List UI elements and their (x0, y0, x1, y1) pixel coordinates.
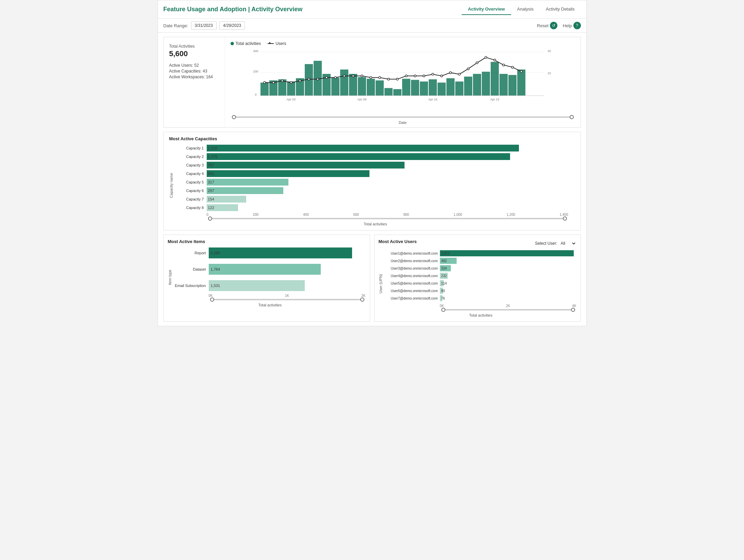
capacities-slider-thumb-right[interactable] (563, 217, 567, 221)
item-bar-track-report: 2,285 (209, 247, 366, 258)
capacity-name-2: Capacity 2 (176, 155, 207, 159)
items-x-tick-2: 2K (361, 294, 365, 298)
capacity-bar-track-5: 317 (207, 179, 568, 186)
tab-activity-overview[interactable]: Activity Overview (462, 4, 511, 15)
item-row-report: Report 2,285 (175, 247, 366, 258)
capacity-value-7: 154 (208, 197, 214, 201)
item-bar-track-dataset: 1,784 (209, 264, 366, 275)
active-workspaces-label: Active Workspaces: (169, 75, 205, 79)
items-slider-thumb-right[interactable] (360, 298, 364, 302)
capacity-bar-track-6: 297 (207, 187, 568, 194)
user-row-1: User1@demo.onmicrosoft.com 3,923 (385, 250, 576, 256)
reset-icon: ↺ (550, 22, 557, 29)
date-start-button[interactable]: 3/31/2023 (191, 21, 217, 30)
svg-rect-28 (438, 83, 446, 96)
date-end-button[interactable]: 4/29/2023 (219, 21, 245, 30)
svg-point-54 (405, 75, 407, 77)
time-chart-slider-thumb-left[interactable] (232, 115, 236, 119)
svg-rect-37 (517, 69, 525, 96)
user-value-3: 324 (441, 267, 447, 270)
legend-users-label: Users (275, 41, 286, 46)
svg-point-61 (467, 68, 469, 70)
svg-point-51 (379, 77, 381, 79)
svg-rect-26 (420, 81, 428, 96)
capacity-row-4: Capacity 4 631 (176, 170, 568, 177)
capacities-slider-thumb-left[interactable] (208, 217, 212, 221)
capacity-value-6: 297 (208, 189, 214, 193)
user-bar-fill-1: 3,923 (440, 250, 574, 256)
user-bar-fill-2: 492 (440, 258, 457, 264)
item-row-dataset: Dataset 1,784 (175, 264, 366, 275)
capacities-slider-track (208, 218, 567, 219)
capacity-value-2: 1,175 (208, 155, 218, 159)
capacity-x-tick-0: 0 (207, 213, 209, 217)
svg-rect-19 (358, 77, 366, 96)
capacities-bars: Capacity 1 1,210 Capacity 2 (176, 145, 575, 211)
capacity-x-tick-400: 400 (303, 213, 309, 217)
capacity-x-tick-200: 200 (253, 213, 259, 217)
legend-activities-label: Total activities (236, 41, 261, 46)
user-bar-track-1: 3,923 (440, 250, 576, 256)
svg-point-39 (272, 82, 274, 84)
active-users-chart: User (UPN) User1@demo.onmicrosoft.com 3,… (379, 250, 576, 317)
svg-text:20: 20 (547, 49, 551, 53)
toolbar-left: Date Range: 3/31/2023 4/29/2023 (163, 21, 245, 30)
svg-rect-23 (393, 89, 401, 96)
user-name-4: User4@demo.onmicrosoft.com (385, 274, 440, 278)
svg-rect-32 (473, 74, 481, 96)
legend-users-line (268, 43, 274, 44)
user-row-6: User6@demo.onmicrosoft.com 90 (385, 288, 576, 294)
user-value-6: 90 (441, 289, 445, 293)
user-bar-fill-4: 232 (440, 273, 448, 279)
active-capacities-value: 43 (203, 69, 207, 74)
active-capacities-line: Active Capacities: 43 (169, 69, 219, 74)
toolbar: Date Range: 3/31/2023 4/29/2023 Reset ↺ … (158, 19, 586, 33)
user-bar-fill-3: 324 (440, 265, 451, 271)
svg-point-62 (476, 62, 478, 64)
capacity-x-tick-800: 800 (403, 213, 409, 217)
capacities-title: Most Active Capacities (169, 136, 575, 141)
capacity-x-tick-600: 600 (353, 213, 359, 217)
users-y-axis-wrap: User (UPN) (379, 250, 384, 317)
capacity-x-tick-1200: 1,200 (507, 213, 515, 217)
svg-rect-31 (464, 77, 472, 96)
active-users-title: Most Active Users (379, 239, 417, 244)
user-bar-track-3: 324 (440, 265, 576, 271)
select-user-dropdown[interactable]: All (559, 241, 576, 246)
svg-point-45 (326, 77, 328, 79)
capacities-panel: Most Active Capacities Capacity name Cap… (163, 132, 581, 230)
active-items-panel: Most Active Items Item type Report 2,285 (163, 235, 370, 322)
capacity-value-3: 767 (208, 163, 214, 167)
svg-rect-17 (340, 69, 348, 96)
time-chart-slider-thumb-right[interactable] (570, 115, 574, 119)
users-slider-thumb-left[interactable] (441, 308, 445, 312)
user-bar-fill-5: 114 (440, 280, 444, 286)
svg-rect-22 (384, 88, 393, 96)
users-slider-thumb-right[interactable] (571, 308, 575, 312)
items-slider-thumb-left[interactable] (210, 298, 214, 302)
capacity-row-3: Capacity 3 767 (176, 162, 568, 169)
user-name-2: User2@demo.onmicrosoft.com (385, 259, 440, 263)
capacity-bar-track-7: 154 (207, 196, 568, 203)
svg-text:Apr 09: Apr 09 (357, 98, 366, 101)
tab-analysis[interactable]: Analysis (511, 4, 540, 15)
svg-point-49 (361, 75, 363, 77)
summary-box: Total Activities 5,600 Active Users: 52 … (164, 37, 225, 127)
capacities-x-ticks: 0 200 400 600 800 1,000 1,200 1,400 (176, 213, 575, 217)
capacity-row-1: Capacity 1 1,210 (176, 145, 568, 151)
capacity-x-tick-1000: 1,000 (454, 213, 462, 217)
help-button[interactable]: Help ? (563, 22, 581, 29)
reset-button[interactable]: Reset ↺ (537, 22, 557, 29)
tab-activity-details[interactable]: Activity Details (540, 4, 581, 15)
items-slider[interactable] (209, 298, 366, 302)
capacities-slider[interactable] (207, 217, 568, 221)
svg-rect-35 (500, 74, 508, 96)
svg-point-56 (423, 75, 425, 77)
capacity-x-tick-1400: 1,400 (559, 213, 568, 217)
item-bar-fill-email: 1,531 (209, 280, 305, 291)
svg-rect-33 (482, 72, 490, 96)
user-value-1: 3,923 (441, 252, 450, 255)
users-slider[interactable] (440, 308, 576, 312)
time-chart-slider[interactable] (231, 115, 575, 119)
capacities-chart-wrap: Capacity name Capacity 1 1,210 (169, 145, 575, 226)
